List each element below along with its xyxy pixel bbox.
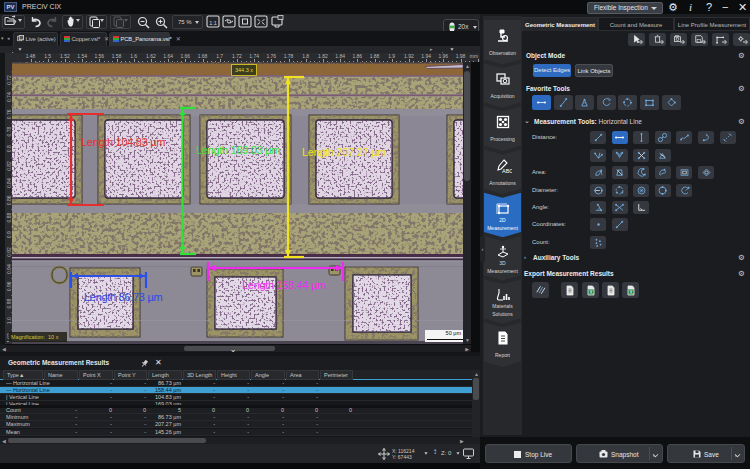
svg-text:0.82: 0.82 — [6, 161, 12, 171]
svg-text:0.86: 0.86 — [6, 195, 12, 205]
svg-text:0.92: 0.92 — [6, 247, 12, 257]
svg-text:0.88: 0.88 — [6, 213, 12, 223]
svg-text:X: X — [629, 289, 632, 294]
svg-text:0.9: 0.9 — [6, 231, 12, 238]
svg-text:ABC: ABC — [502, 168, 512, 174]
svg-text:0.8: 0.8 — [6, 145, 12, 152]
svg-text:0.84: 0.84 — [6, 178, 12, 188]
svg-text:0.78: 0.78 — [6, 127, 12, 137]
svg-text:0.94: 0.94 — [6, 264, 12, 274]
svg-text:X: X — [589, 289, 592, 294]
svg-text:0.98: 0.98 — [6, 299, 12, 309]
svg-text:0.96: 0.96 — [6, 281, 12, 291]
svg-text:0.74: 0.74 — [6, 92, 12, 102]
svg-text:0.76: 0.76 — [6, 109, 12, 119]
svg-text:1.0: 1.0 — [6, 317, 12, 324]
